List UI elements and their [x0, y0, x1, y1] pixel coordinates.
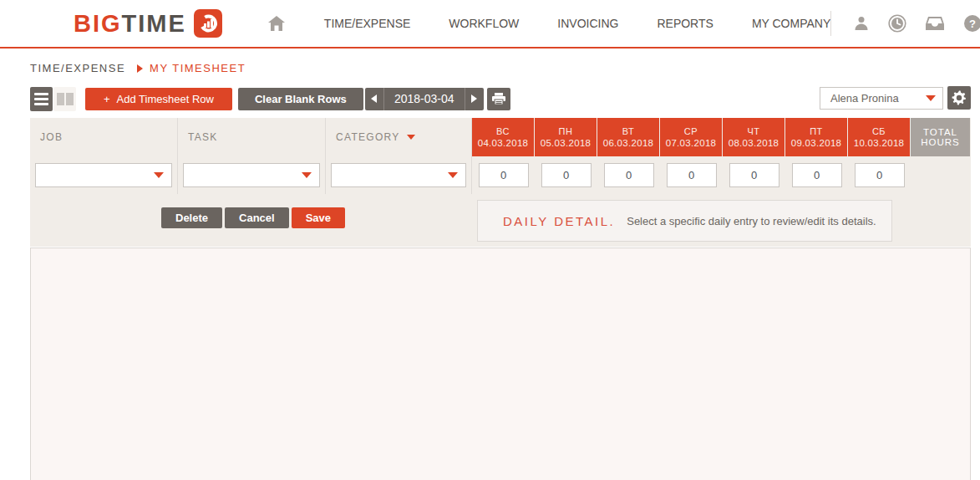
hours-input-sun[interactable]: [479, 163, 529, 187]
top-navbar: BIGTIME TIME/EXPENSE WORKFLOW INVOICING …: [0, 0, 980, 49]
action-band: Delete Cancel Save DAILY DETAIL. Select …: [30, 194, 971, 247]
menu-my-company[interactable]: MY COMPANY: [752, 17, 830, 30]
previous-week-button[interactable]: [365, 88, 383, 110]
chevron-right-icon: [471, 94, 477, 103]
task-select[interactable]: [183, 163, 320, 187]
save-button[interactable]: Save: [292, 207, 345, 228]
bigtime-logo[interactable]: BIGTIME: [74, 9, 222, 38]
day-header-mon[interactable]: ПН05.03.2018: [535, 118, 597, 156]
chevron-down-icon: [302, 172, 312, 178]
day-header-sat[interactable]: СБ10.03.2018: [848, 118, 911, 156]
menu-invoicing[interactable]: INVOICING: [557, 17, 618, 30]
day-header-thu[interactable]: ЧТ08.03.2018: [723, 118, 785, 156]
daily-detail-title: DAILY DETAIL.: [503, 214, 615, 228]
settings-button[interactable]: [947, 86, 971, 110]
main-menu: TIME/EXPENSE WORKFLOW INVOICING REPORTS …: [324, 17, 830, 30]
timesheet-toolbar: + Add Timesheet Row Clear Blank Rows 201…: [0, 86, 980, 111]
menu-workflow[interactable]: WORKFLOW: [449, 17, 519, 30]
hours-input-fri[interactable]: [792, 163, 842, 187]
breadcrumb-page: MY TIMESHEET: [150, 62, 246, 74]
home-icon[interactable]: [267, 15, 286, 32]
daily-detail-panel: DAILY DETAIL. Select a specific daily en…: [477, 200, 892, 242]
timesheet-header-row: JOB TASK CATEGORY ВС04.03.2018 ПН05.03.2…: [30, 118, 971, 156]
print-button[interactable]: [487, 88, 510, 110]
nav-divider: [830, 11, 831, 36]
clock-icon[interactable]: [888, 14, 906, 33]
inbox-icon[interactable]: [925, 15, 945, 32]
breadcrumb-section[interactable]: TIME/EXPENSE: [30, 62, 125, 74]
day-header-tue[interactable]: ВТ06.03.2018: [597, 118, 660, 156]
grid-view-button[interactable]: [53, 87, 76, 111]
breadcrumb-arrow-icon: [137, 64, 143, 73]
svg-text:?: ?: [969, 18, 976, 30]
column-header-category[interactable]: CATEGORY: [326, 118, 472, 156]
breadcrumb: TIME/EXPENSE MY TIMESHEET: [0, 49, 980, 83]
column-header-total-hours: TOTAL HOURS: [911, 118, 970, 156]
week-date-value[interactable]: 2018-03-04: [384, 92, 465, 105]
menu-time-expense[interactable]: TIME/EXPENSE: [324, 17, 410, 30]
nav-utility-icons: ?: [830, 11, 980, 36]
day-header-wed[interactable]: СР07.03.2018: [660, 118, 723, 156]
grid-view-icon: [57, 93, 64, 105]
toolbar-right: Alena Pronina: [820, 86, 971, 110]
day-header-fri[interactable]: ПТ09.03.2018: [785, 118, 848, 156]
plus-icon: +: [104, 93, 110, 105]
cancel-button[interactable]: Cancel: [225, 207, 289, 228]
help-icon[interactable]: ?: [963, 14, 980, 33]
clear-blank-rows-button[interactable]: Clear Blank Rows: [238, 88, 363, 110]
column-header-task: TASK: [178, 118, 326, 156]
hamburger-icon: [34, 93, 48, 95]
week-navigator: 2018-03-04: [365, 88, 484, 110]
day-header-sun[interactable]: ВС04.03.2018: [472, 118, 535, 156]
printer-icon: [491, 92, 506, 105]
chevron-down-icon: [154, 172, 164, 178]
daily-detail-message: Select a specific daily entry to review/…: [627, 215, 876, 227]
row-total-cell: [911, 156, 970, 194]
hours-input-sat[interactable]: [855, 163, 905, 187]
menu-reports[interactable]: REPORTS: [657, 17, 713, 30]
logo-text: BIGTIME: [74, 10, 186, 38]
hours-input-tue[interactable]: [604, 163, 654, 187]
hours-input-thu[interactable]: [729, 163, 779, 187]
job-select[interactable]: [35, 163, 172, 187]
timesheet-table: JOB TASK CATEGORY ВС04.03.2018 ПН05.03.2…: [30, 118, 971, 247]
category-select[interactable]: [331, 163, 466, 187]
next-week-button[interactable]: [465, 88, 484, 110]
gear-icon: [952, 90, 967, 105]
user-icon[interactable]: [853, 15, 870, 32]
chevron-left-icon: [371, 94, 377, 103]
delete-button[interactable]: Delete: [161, 207, 222, 228]
add-timesheet-row-button[interactable]: + Add Timesheet Row: [85, 88, 232, 110]
chevron-down-icon: [448, 172, 458, 178]
staff-select[interactable]: Alena Pronina: [820, 87, 943, 110]
chevron-down-icon: [926, 95, 936, 101]
row-action-buttons: Delete Cancel Save: [161, 207, 345, 228]
hours-input-mon[interactable]: [541, 163, 592, 187]
hours-input-wed[interactable]: [667, 163, 717, 187]
timesheet-body-empty-area: [30, 248, 971, 480]
timesheet-entry-row: [30, 156, 971, 194]
list-view-button[interactable]: [30, 87, 53, 111]
staff-select-value: Alena Pronina: [830, 92, 926, 105]
column-header-job: JOB: [30, 118, 178, 156]
chevron-down-icon: [407, 135, 415, 140]
bigtime-logo-icon: [194, 9, 222, 38]
